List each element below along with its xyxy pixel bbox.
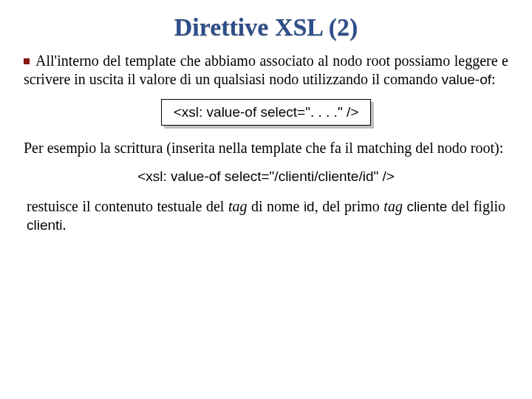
p3-a: restuisce il contenuto testuale del [27,198,228,214]
p3-code-3: clienti [27,217,63,233]
p3-f: . [63,216,66,233]
codebox: <xsl: value-of select=". . . ." /> [161,99,372,126]
p3-c: , del primo [315,198,384,214]
codebox-container: <xsl: value-of select=". . . ." /> [24,99,508,126]
p3-code-1: id [304,199,315,214]
p2-text: Per esempio la scrittura (inserita nella… [24,140,503,156]
slide: Direttive XSL (2) Direttive XSL (2) All'… [0,0,532,399]
paragraph-1: All'interno del template che abbiamo ass… [24,52,508,89]
codeline: <xsl: value-of select="/clienti/cliente/… [24,168,508,185]
paragraph-3: restuisce il contenuto testuale del tag … [24,197,508,234]
bullet-icon [24,58,30,64]
p3-e: del figlio [447,198,505,214]
slide-title: Direttive XSL (2) Direttive XSL (2) [24,13,508,41]
codeline-text: <xsl: value-of select="/clienti/cliente/… [137,168,395,184]
title-text: Direttive XSL (2) [174,13,358,41]
p3-b: di nome [247,198,303,214]
p1-text-before: All'interno del template che abbiamo ass… [24,52,508,87]
p3-italic-2: tag [383,198,403,214]
paragraph-2: Per esempio la scrittura (inserita nella… [24,139,508,157]
slide-body: All'interno del template che abbiamo ass… [24,52,508,234]
p1-code: value-of [441,72,491,87]
p3-italic-1: tag [228,198,248,214]
p1-text-after: : [491,71,496,87]
p3-code-2: cliente [406,199,447,214]
codebox-text: <xsl: value-of select=". . . ." /> [161,99,372,126]
